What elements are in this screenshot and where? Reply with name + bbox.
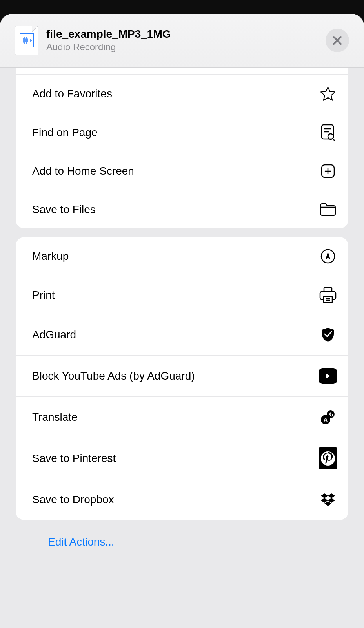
- action-label: Find on Page: [32, 126, 98, 139]
- find-on-page-action[interactable]: Find on Page: [16, 113, 348, 152]
- action-label: Block YouTube Ads (by AdGuard): [32, 370, 195, 382]
- action-group-1: Add to Favorites Find on Page: [16, 68, 348, 228]
- share-sheet: file_example_MP3_1MG Audio Recording Add…: [0, 14, 364, 628]
- file-subtitle: Audio Recording: [46, 41, 326, 53]
- action-label: Save to Dropbox: [32, 493, 114, 506]
- file-title: file_example_MP3_1MG: [46, 27, 326, 41]
- action-label: AdGuard: [32, 329, 76, 341]
- svg-text:あ: あ: [329, 412, 333, 417]
- add-to-home-screen-action[interactable]: Add to Home Screen: [16, 152, 348, 190]
- translate-action[interactable]: Translate あ A: [16, 396, 348, 438]
- save-to-files-action[interactable]: Save to Files: [16, 190, 348, 228]
- edit-actions-button[interactable]: Edit Actions...: [48, 536, 115, 548]
- youtube-icon: [318, 367, 337, 385]
- folder-icon: [318, 200, 337, 219]
- action-label: Save to Files: [32, 203, 96, 216]
- add-to-homescreen-icon: [318, 162, 337, 181]
- svg-text:A: A: [324, 416, 328, 423]
- action-label: Print: [32, 289, 55, 301]
- edit-actions-row: Edit Actions...: [16, 529, 348, 560]
- action-label: Add to Favorites: [32, 88, 112, 100]
- action-label: Translate: [32, 411, 78, 424]
- file-meta: file_example_MP3_1MG Audio Recording: [46, 27, 326, 53]
- sheet-body: Add to Favorites Find on Page: [0, 68, 364, 628]
- block-youtube-ads-action[interactable]: Block YouTube Ads (by AdGuard): [16, 355, 348, 396]
- add-to-favorites-action[interactable]: Add to Favorites: [16, 75, 348, 113]
- save-to-dropbox-action[interactable]: Save to Dropbox: [16, 479, 348, 520]
- waveform-icon: [20, 33, 34, 47]
- adguard-action[interactable]: AdGuard: [16, 314, 348, 355]
- adguard-shield-icon: [318, 325, 337, 344]
- translate-icon: あ A: [318, 408, 337, 427]
- markup-icon: [318, 247, 337, 266]
- dropbox-icon: [318, 490, 337, 509]
- close-button[interactable]: [326, 29, 349, 52]
- action-label: Add to Home Screen: [32, 165, 134, 177]
- printer-icon: [318, 286, 337, 305]
- sheet-header: file_example_MP3_1MG Audio Recording: [0, 14, 364, 68]
- audio-file-thumbnail: [15, 26, 38, 55]
- action-label: Markup: [32, 250, 69, 263]
- close-icon: [332, 35, 342, 46]
- markup-action[interactable]: Markup: [16, 237, 348, 276]
- find-on-page-icon: [318, 123, 337, 142]
- pinterest-icon: [318, 449, 337, 468]
- save-to-pinterest-action[interactable]: Save to Pinterest: [16, 438, 348, 479]
- truncated-row: [16, 68, 348, 75]
- print-action[interactable]: Print: [16, 276, 348, 314]
- action-label: Save to Pinterest: [32, 452, 116, 465]
- svg-rect-19: [324, 296, 332, 303]
- svg-line-13: [333, 139, 335, 141]
- action-group-2: Markup Print: [16, 237, 348, 520]
- star-icon: [318, 84, 337, 103]
